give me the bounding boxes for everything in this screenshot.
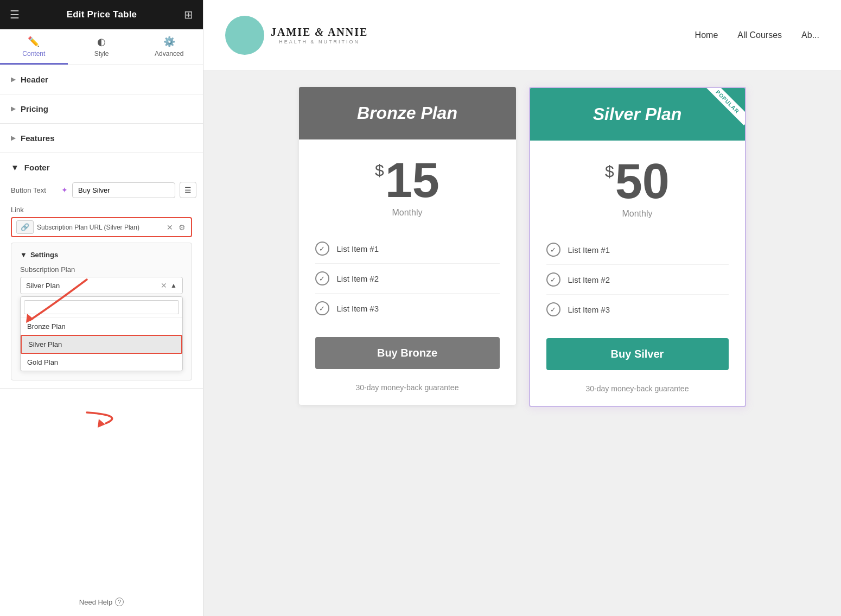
section-header-label: Header [21,75,48,84]
silver-price-number: 50 [615,157,670,206]
silver-price-section: $ 50 Monthly [530,141,745,230]
silver-dollar-sign: $ [605,162,614,181]
section-features[interactable]: ▶ Features [0,124,203,153]
silver-check-icon-3: ✓ [546,302,560,316]
tab-content[interactable]: ✏️ Content [0,29,68,65]
ai-sparkle-icon: ✦ [61,186,68,194]
bronze-price-section: $ 15 Monthly [299,139,516,228]
dropdown-search [21,297,182,318]
link-type-button[interactable]: 🔗 [16,220,34,234]
section-header[interactable]: ▶ Header [0,65,203,94]
option-silver-plan[interactable]: Silver Plan [21,335,182,354]
bronze-feature-2: ✓ List Item #2 [315,264,500,294]
arrow-right-icon-features: ▶ [11,135,15,142]
bronze-feature-3-label: List Item #3 [337,304,379,313]
top-bar: ☰ Edit Price Table ⊞ [0,0,203,29]
bronze-price-amount: $ 15 [310,156,505,205]
price-table-area: Bronze Plan $ 15 Monthly ✓ List Item #1 … [203,71,841,616]
silver-feature-1-label: List Item #1 [568,245,610,255]
link-clear-button[interactable]: ✕ [165,222,174,233]
link-input-row: 🔗 Subscription Plan URL (Silver Plan) ✕ … [11,217,192,237]
link-label: Link [11,206,192,214]
silver-card-header: Silver Plan [530,88,745,141]
hamburger-icon[interactable]: ☰ [10,8,20,21]
arrow-right-icon: ▶ [11,76,15,83]
check-icon-3: ✓ [315,301,329,315]
select-clear-icon[interactable]: ✕ [161,281,167,290]
logo-sub-text: HEALTH & NUTRITION [271,39,368,45]
subscription-plan-label: Subscription Plan [20,265,183,274]
subscription-plan-select-wrapper: Silver Plan ✕ ▲ Bronze Plan [20,277,183,371]
option-bronze-plan[interactable]: Bronze Plan [21,318,182,335]
arrow-down-icon-settings: ▼ [20,251,27,259]
bronze-feature-1: ✓ List Item #1 [315,234,500,264]
bronze-price-number: 15 [385,156,439,205]
chevron-down-icon: ▲ [170,282,177,289]
silver-features-list: ✓ List Item #1 ✓ List Item #2 ✓ List Ite… [530,230,745,329]
arrow-right-icon-pricing: ▶ [11,105,15,112]
nav-more[interactable]: Ab... [801,30,819,40]
silver-price-amount: $ 50 [541,157,734,206]
footer-section: ▼ Footer Button Text ✦ ☰ Link 🔗 Subscrip… [0,153,203,389]
settings-header: ▼ Settings [20,251,183,259]
option-gold-plan[interactable]: Gold Plan [21,354,182,371]
button-text-input[interactable] [72,182,175,198]
silver-feature-1: ✓ List Item #1 [546,235,729,265]
silver-feature-2-label: List Item #2 [568,275,610,284]
bronze-features-list: ✓ List Item #1 ✓ List Item #2 ✓ List Ite… [299,228,516,328]
link-text-display: Subscription Plan URL (Silver Plan) [37,224,162,231]
section-features-label: Features [21,134,55,143]
section-pricing[interactable]: ▶ Pricing [0,94,203,124]
tab-advanced[interactable]: ⚙️ Advanced [135,29,203,65]
silver-check-icon-2: ✓ [546,272,560,287]
need-help[interactable]: Need Help ? [0,588,203,616]
nav-home[interactable]: Home [695,30,718,40]
grid-icon[interactable]: ⊞ [184,8,193,21]
bronze-card-header: Bronze Plan [299,87,516,139]
tab-style-label: Style [94,50,109,58]
buy-bronze-button[interactable]: Buy Bronze [315,337,500,369]
select-controls: ✕ ▲ [161,281,177,290]
bronze-guarantee-text: 30-day money-back guarantee [299,378,516,405]
silver-price-period: Monthly [541,209,734,219]
silver-check-icon-1: ✓ [546,243,560,257]
need-help-label: Need Help [79,598,112,606]
gear-icon: ⚙️ [163,36,175,48]
bronze-buy-btn-section: Buy Bronze [299,328,516,378]
dropdown-search-input[interactable] [24,300,179,314]
bronze-plan-title: Bronze Plan [310,103,505,123]
link-settings-button[interactable]: ⚙ [177,222,187,233]
page-title: Edit Price Table [67,9,137,20]
site-menu: Home All Courses Ab... [695,30,819,40]
tab-content-label: Content [22,50,45,58]
logo-circle [225,16,264,55]
silver-feature-3: ✓ List Item #3 [546,295,729,324]
tab-style[interactable]: ◐ Style [68,29,136,65]
site-logo: JAMIE & ANNIE HEALTH & NUTRITION [225,16,368,55]
silver-feature-3-label: List Item #3 [568,305,610,314]
pencil-icon: ✏️ [28,36,40,48]
help-icon: ? [115,598,124,606]
footer-header[interactable]: ▼ Footer [0,153,203,182]
button-text-label: Button Text [11,186,57,194]
silver-guarantee-text: 30-day money-back guarantee [530,379,745,406]
popular-badge [697,87,746,136]
bronze-feature-3: ✓ List Item #3 [315,294,500,323]
button-text-row: Button Text ✦ ☰ [11,182,192,198]
left-panel: ☰ Edit Price Table ⊞ ✏️ Content ◐ Style … [0,0,203,616]
subscription-plan-select[interactable]: Silver Plan ✕ ▲ [20,277,183,294]
buy-silver-button[interactable]: Buy Silver [546,338,729,370]
check-icon-1: ✓ [315,242,329,256]
settings-block: ▼ Settings Subscription Plan Silver Plan… [11,243,192,380]
nav-all-courses[interactable]: All Courses [737,30,782,40]
bronze-feature-1-label: List Item #1 [337,244,379,253]
silver-buy-btn-section: Buy Silver [530,329,745,379]
align-button[interactable]: ☰ [180,182,196,198]
bronze-feature-2-label: List Item #2 [337,274,379,283]
section-pricing-label: Pricing [21,104,48,113]
style-icon: ◐ [97,36,106,48]
select-value: Silver Plan [26,282,60,290]
silver-feature-2: ✓ List Item #2 [546,265,729,295]
dropdown-options: Bronze Plan Silver Plan Gold Plan [20,296,183,371]
bronze-price-period: Monthly [310,208,505,218]
